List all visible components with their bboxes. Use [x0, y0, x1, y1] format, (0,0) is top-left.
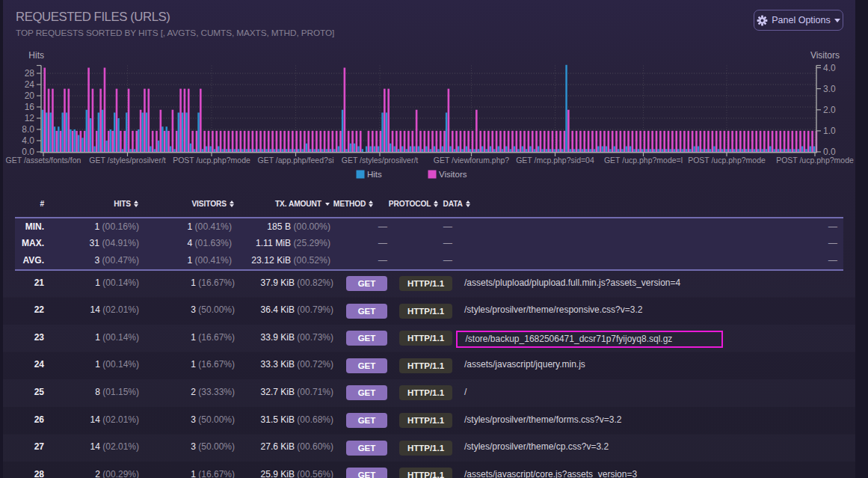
svg-text:28: 28	[25, 68, 35, 79]
svg-text:4.0: 4.0	[823, 63, 836, 73]
svg-text:Hits: Hits	[28, 50, 44, 61]
svg-text:16: 16	[25, 102, 35, 112]
svg-text:GET /viewforum.php?: GET /viewforum.php?	[434, 156, 510, 165]
svg-text:POST /ucp.php?mode: POST /ucp.php?mode	[688, 156, 766, 165]
svg-text:Visitors: Visitors	[439, 170, 467, 179]
svg-text:GET /styles/prosilver/t: GET /styles/prosilver/t	[342, 156, 419, 165]
svg-text:24: 24	[25, 79, 35, 90]
svg-text:Visitors: Visitors	[810, 50, 840, 61]
svg-text:8.0: 8.0	[22, 124, 34, 135]
svg-text:12: 12	[25, 113, 35, 123]
svg-text:20: 20	[25, 91, 35, 101]
svg-text:2.0: 2.0	[823, 105, 836, 115]
svg-text:GET /mcp.php?sid=04: GET /mcp.php?sid=04	[516, 156, 594, 165]
svg-text:1.0: 1.0	[823, 126, 836, 136]
svg-text:GET /styles/prosilver/t: GET /styles/prosilver/t	[89, 156, 166, 165]
svg-text:GET /assets/fonts/fon: GET /assets/fonts/fon	[6, 156, 81, 165]
svg-text:POST /ucp.php?mode: POST /ucp.php?mode	[173, 156, 250, 165]
svg-text:GET /app.php/feed?si: GET /app.php/feed?si	[258, 156, 334, 165]
svg-text:3.0: 3.0	[823, 84, 836, 94]
svg-text:4.0: 4.0	[22, 135, 34, 146]
svg-text:POST /ucp.php?mode: POST /ucp.php?mode	[776, 156, 854, 165]
svg-text:GET /ucp.php?mode=l: GET /ucp.php?mode=l	[604, 156, 683, 165]
svg-text:Hits: Hits	[367, 170, 382, 179]
